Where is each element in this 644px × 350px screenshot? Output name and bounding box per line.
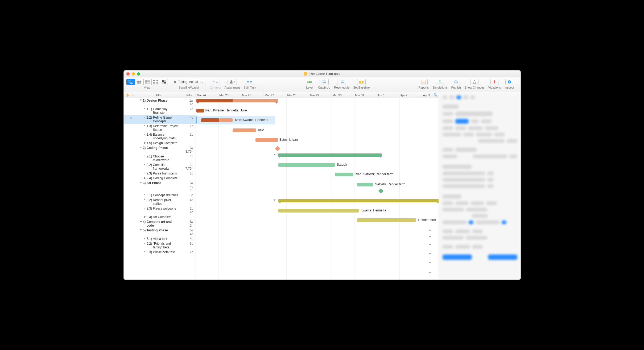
date-column[interactable]: Mar 31 — [354, 92, 377, 98]
gantt-bar[interactable] — [196, 109, 204, 112]
inspect-button[interactable]: i — [505, 79, 513, 85]
styles-icon — [162, 80, 166, 84]
svg-rect-22 — [230, 82, 233, 84]
disclosure-triangle-icon[interactable]: ▼ — [139, 181, 143, 192]
reports-button[interactable] — [420, 79, 428, 85]
gantt-summary-bar[interactable] — [278, 153, 382, 157]
gantt-disclosure-icon[interactable]: ▼ — [274, 199, 276, 202]
disclosure-triangle-icon[interactable]: ▼ — [139, 146, 143, 153]
date-column[interactable]: Apr 1 — [377, 92, 399, 98]
split-task-button[interactable] — [245, 79, 254, 85]
outline-row[interactable]: •5.1) Alpha test4d — [124, 236, 196, 241]
outline-row[interactable]: ◆2.4) Coding Complete — [124, 176, 196, 181]
task-effort: 4h — [181, 155, 196, 162]
milestone-diamond[interactable] — [378, 188, 383, 194]
outline-row[interactable]: •3.1) Concept sketches3d — [124, 193, 196, 198]
gantt-bar-label: Satoshi — [337, 163, 348, 166]
overflow-arrow-icon[interactable]: » — [429, 260, 431, 264]
outline-row[interactable]: ▭•1.2) Refine Game Concepts4d — [124, 115, 196, 124]
date-column[interactable]: Mar 25 — [218, 92, 241, 98]
svg-rect-17 — [162, 82, 164, 84]
overflow-arrow-icon[interactable]: » — [429, 228, 431, 232]
show-changes-button[interactable] — [470, 79, 478, 85]
gantt-bar-label: Julie — [258, 128, 264, 132]
outline-row[interactable]: •2.3) Parse framistans2d — [124, 171, 196, 176]
gantt-bar[interactable] — [357, 183, 373, 186]
date-column[interactable]: Mar 26 — [241, 92, 264, 98]
view-gantt-button[interactable] — [126, 79, 135, 85]
overflow-arrow-icon[interactable]: » — [429, 251, 431, 255]
outline-row[interactable]: •3.2) Render pixel sprites4d — [124, 198, 196, 206]
view-resources-button[interactable] — [135, 79, 143, 85]
simulations-button[interactable] — [436, 79, 444, 85]
gantt-body[interactable]: Ivan; Kwame; Henrietta; JulieIvan; Kwame… — [196, 98, 439, 280]
gantt-pane[interactable]: 🔍 Mar 24Mar 25Mar 26Mar 27Mar 28Mar 29Ma… — [196, 92, 439, 280]
task-effort: 2d4h — [181, 207, 196, 214]
outline-row[interactable]: •2.2) Compile frameworks2d7.75h — [124, 162, 196, 171]
outline-rows[interactable]: ▼1) Design Phase1w4d•1.1) Gameplay Brain… — [124, 98, 196, 280]
view-calendar-button[interactable] — [143, 79, 151, 85]
task-title: Combine art and code — [147, 220, 181, 227]
task-effort: 1d — [181, 124, 196, 132]
date-column[interactable]: Mar 27 — [264, 92, 286, 98]
gantt-bar[interactable] — [357, 218, 416, 222]
note-column-icon[interactable]: ▭ — [132, 94, 134, 97]
effort-column-header[interactable]: Effort — [181, 94, 196, 97]
disclosure-triangle-icon[interactable]: ▼ — [139, 228, 143, 236]
gantt-bar[interactable] — [255, 138, 278, 142]
outline-row[interactable]: ◆4) Combine art and code4w2h — [124, 219, 196, 228]
gantt-bar[interactable] — [233, 99, 278, 102]
disclosure-triangle-icon[interactable]: ▼ — [139, 99, 143, 106]
outline-row[interactable]: •1.3) Determine Project Scope1d — [124, 124, 196, 132]
outline-row[interactable]: •2.1) Choose middleware4h — [124, 154, 196, 162]
level-button[interactable] — [305, 79, 314, 85]
gantt-disclosure-icon[interactable]: ▼ — [274, 153, 276, 156]
gantt-bar[interactable] — [278, 209, 359, 212]
network-icon — [153, 80, 158, 84]
date-column[interactable]: Mar 30 — [332, 92, 354, 98]
set-baseline-button[interactable] — [357, 79, 366, 85]
gantt-bar[interactable] — [219, 118, 233, 122]
outline-row[interactable]: ◆3.4) Art Complete — [124, 215, 196, 219]
catch-up-button[interactable] — [320, 79, 329, 85]
outline-row[interactable]: ▼1) Design Phase1w4d — [124, 98, 196, 107]
publish-button[interactable] — [452, 79, 460, 85]
overflow-arrow-icon[interactable]: » — [429, 234, 431, 238]
reschedule-button[interactable] — [337, 79, 346, 85]
violations-button[interactable] — [490, 79, 498, 85]
baseline-selector[interactable]: Editing: Actual ⌃⌄ — [172, 79, 206, 85]
date-column[interactable]: Apr 2 — [399, 92, 422, 98]
outline-row[interactable]: •3.3) Fleece polygons2d4h — [124, 206, 196, 215]
outline-row[interactable]: ▼2) Coding Phase1w3.75h — [124, 145, 196, 154]
date-column[interactable]: Mar 28 — [286, 92, 309, 98]
connect-button[interactable] — [211, 79, 220, 85]
title-bar[interactable]: The Game Plan.oplx — [124, 70, 521, 77]
outline-row[interactable]: •5.3) Public beta test2d — [124, 250, 196, 255]
gantt-bar[interactable] — [196, 99, 233, 102]
date-column[interactable]: Mar 24 — [196, 92, 218, 98]
gantt-bar[interactable] — [233, 128, 256, 132]
overflow-arrow-icon[interactable]: » — [429, 270, 431, 274]
outline-row[interactable]: ◆1.5) Design Complete — [124, 141, 196, 145]
date-column[interactable]: Mar 29 — [309, 92, 332, 98]
gantt-bar[interactable] — [201, 118, 219, 122]
title-column-header[interactable]: Title — [137, 94, 181, 97]
view-styles-button[interactable] — [160, 79, 168, 85]
hand-icon[interactable]: ✋ — [126, 93, 130, 97]
milestone-diamond[interactable] — [275, 146, 280, 151]
outline-row[interactable]: ▼5) Testing Phase1w4d — [124, 228, 196, 236]
outline-row[interactable]: •1.1) Gameplay Brainstorm2d — [124, 107, 196, 115]
milestone-icon: ◆ — [143, 141, 147, 145]
assignment-button[interactable]: ▾ — [228, 79, 237, 85]
gantt-bar[interactable] — [335, 173, 353, 176]
outline-row[interactable]: •5.2) "Friends and family" beta3d — [124, 241, 196, 250]
date-column[interactable]: Apr 3 — [422, 92, 439, 98]
gantt-summary-bar[interactable] — [278, 199, 439, 202]
outline-row[interactable]: •1.4) Balance underlying math2d — [124, 132, 196, 141]
gantt-bar[interactable] — [278, 163, 335, 167]
overflow-arrow-icon[interactable]: » — [429, 242, 431, 246]
person-icon — [229, 80, 233, 84]
svg-rect-23 — [247, 81, 249, 82]
view-network-button[interactable] — [151, 79, 160, 85]
outline-row[interactable]: ▼3) Art Phase1w4d4h — [124, 181, 196, 193]
